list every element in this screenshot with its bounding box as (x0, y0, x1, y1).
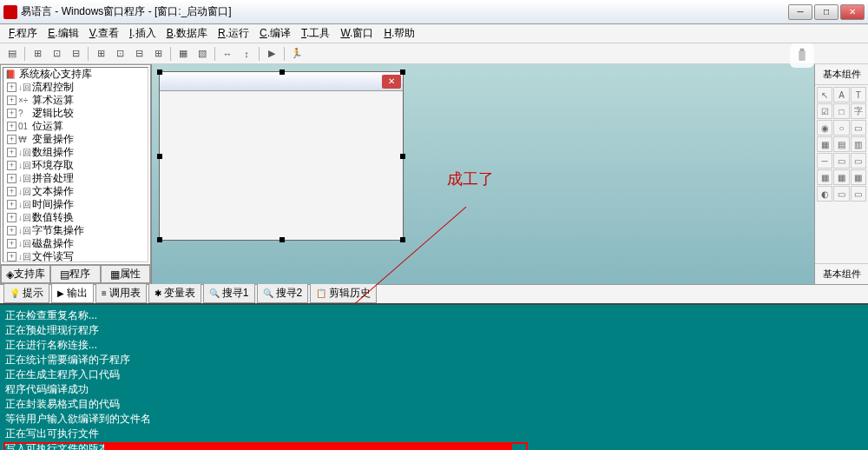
palette-item-icon[interactable]: ▦ (851, 169, 866, 185)
palette-check-icon[interactable]: ☑ (817, 103, 832, 119)
expand-icon[interactable]: + (7, 109, 16, 118)
toolbar-btn[interactable]: ▦ (174, 45, 192, 63)
toolbar-btn[interactable]: ⊞ (149, 45, 167, 63)
toolbar-btn[interactable]: ⊡ (111, 45, 128, 63)
palette-item-icon[interactable]: ▭ (851, 186, 866, 202)
menu-c[interactable]: C.编译 (254, 24, 296, 43)
menu-v[interactable]: V.查看 (84, 24, 124, 43)
palette-label-icon[interactable]: A (833, 87, 849, 103)
tree-item[interactable]: +↓回字节集操作 (3, 224, 148, 237)
sidebar-tab-support[interactable]: ◈支持库 (1, 265, 50, 283)
tab-vartable[interactable]: ✱变量表 (148, 283, 201, 303)
expand-icon[interactable]: + (7, 83, 16, 92)
expand-icon[interactable]: + (7, 252, 16, 261)
sidebar-tabs: ◈支持库 ▤程序 ▦属性 (1, 264, 150, 283)
tree-item[interactable]: +↓回磁盘操作 (3, 237, 148, 250)
palette-item-icon[interactable]: ▦ (833, 169, 849, 185)
expand-icon[interactable]: + (7, 200, 16, 209)
menu-w[interactable]: W.窗口 (335, 24, 378, 43)
toolbar-btn[interactable]: ▤ (3, 45, 21, 63)
palette-text-icon[interactable]: T (851, 87, 866, 103)
menu-r[interactable]: R.运行 (213, 24, 254, 43)
tree-item[interactable]: +↓回时间操作 (3, 198, 148, 211)
sidebar-tab-props[interactable]: ▦属性 (101, 265, 150, 283)
category-icon: ↓回 (18, 199, 30, 211)
expand-icon[interactable]: + (7, 174, 16, 183)
form-design-window[interactable]: ✕ (159, 71, 404, 241)
tab-search1[interactable]: 🔍搜寻1 (203, 283, 255, 303)
toolbar-btn[interactable]: ▶ (263, 45, 280, 63)
palette-list-icon[interactable]: ▤ (833, 136, 849, 152)
tree-item[interactable]: +↓回数组操作 (3, 146, 148, 159)
clipboard-icon: 📋 (316, 288, 326, 298)
expand-icon[interactable]: + (7, 239, 16, 248)
palette-item-icon[interactable]: ▭ (833, 153, 849, 169)
stack-icon: ≡ (102, 288, 107, 298)
tab-callstack[interactable]: ≡调用表 (95, 283, 147, 303)
form-design-body[interactable] (160, 91, 403, 240)
tab-output[interactable]: ▶输出 (51, 283, 94, 303)
toolbar-btn[interactable]: ⊟ (67, 45, 84, 63)
toolbar-btn[interactable]: ⊡ (48, 45, 65, 63)
maximize-button[interactable]: □ (814, 4, 838, 20)
main-toolbar: ▤ ⊞ ⊡ ⊟ ⊞ ⊡ ⊟ ⊞ ▦ ▧ ↔ ↕ ▶ 🏃 (0, 43, 868, 64)
toolbar-btn[interactable]: 🏃 (288, 45, 306, 63)
palette-pointer-icon[interactable]: ↖ (817, 87, 832, 103)
toolbar-btn[interactable]: ⊞ (29, 45, 46, 63)
palette-item-icon[interactable]: ▭ (851, 120, 866, 136)
tree-root[interactable]: 📕 系统核心支持库 (3, 68, 148, 81)
tab-hint[interactable]: 💡提示 (3, 283, 49, 303)
palette-calendar-icon[interactable]: ▦ (817, 169, 832, 185)
toolbar-btn[interactable]: ↔ (219, 45, 236, 63)
palette-item-icon[interactable]: ▥ (851, 136, 866, 152)
form-designer-canvas[interactable]: ✕ 成工了 (151, 64, 814, 284)
output-console[interactable]: 正在检查重复名称...正在预处理现行程序正在进行名称连接...正在统计需要编译的… (0, 303, 868, 450)
toolbar-btn[interactable]: ⊟ (130, 45, 148, 63)
menu-e[interactable]: E.编辑 (43, 24, 83, 43)
tree-item[interactable]: +₩变量操作 (3, 133, 148, 146)
palette-frame-icon[interactable]: □ (833, 103, 849, 119)
expand-icon[interactable]: + (7, 187, 16, 196)
tree-item[interactable]: +01位运算 (3, 120, 148, 133)
close-button[interactable]: ✕ (840, 4, 865, 20)
expand-icon[interactable]: + (7, 96, 16, 105)
sidebar-tab-program[interactable]: ▤程序 (50, 265, 100, 283)
tree-item[interactable]: +↓回拼音处理 (3, 172, 148, 185)
palette-item-icon[interactable]: ▭ (833, 186, 849, 202)
expand-icon[interactable]: + (7, 226, 16, 235)
menu-f[interactable]: F.程序 (3, 24, 43, 43)
toolbar-btn[interactable]: ▧ (194, 45, 211, 63)
palette-font-icon[interactable]: 字 (851, 103, 866, 119)
form-design-close-icon[interactable]: ✕ (382, 75, 401, 89)
menu-i[interactable]: I.插入 (124, 24, 161, 43)
toolbar-btn[interactable]: ↕ (238, 45, 255, 63)
expand-icon[interactable]: + (7, 135, 16, 144)
bottom-tab-bar: 💡提示 ▶输出 ≡调用表 ✱变量表 🔍搜寻1 🔍搜寻2 📋剪辑历史 (0, 284, 868, 303)
menu-h[interactable]: H.帮助 (378, 24, 420, 43)
tree-item[interactable]: +↓回环境存取 (3, 159, 148, 172)
expand-icon[interactable]: + (7, 161, 16, 170)
tree-item[interactable]: +?逻辑比较 (3, 107, 148, 120)
expand-icon[interactable]: + (7, 122, 16, 131)
palette-item-icon[interactable]: ◐ (817, 186, 832, 202)
minimize-button[interactable]: ─ (788, 4, 812, 20)
palette-radio-icon[interactable]: ◉ (817, 120, 832, 136)
tree-item[interactable]: +↓回流程控制 (3, 81, 148, 94)
palette-line-icon[interactable]: ─ (817, 153, 832, 169)
category-icon: ↓回 (18, 82, 30, 94)
tree-item[interactable]: +↓回文本操作 (3, 185, 148, 198)
menu-b[interactable]: B.数据库 (161, 24, 213, 43)
palette-item-icon[interactable]: ▭ (851, 153, 866, 169)
menu-t[interactable]: T.工具 (296, 24, 335, 43)
toolbar-btn[interactable]: ⊞ (92, 45, 109, 63)
window-titlebar: 易语言 - Windows窗口程序 - [窗口:_启动窗口] ─ □ ✕ (0, 0, 868, 24)
expand-icon[interactable]: + (7, 213, 16, 222)
tree-item[interactable]: +×÷算术运算 (3, 94, 148, 107)
tree-item[interactable]: +↓回数值转换 (3, 211, 148, 224)
tree-item[interactable]: +↓回文件读写 (3, 250, 148, 262)
palette-circle-icon[interactable]: ○ (833, 120, 849, 136)
tab-search2[interactable]: 🔍搜寻2 (257, 283, 309, 303)
expand-icon[interactable]: + (7, 148, 16, 157)
palette-grid-icon[interactable]: ▦ (817, 136, 832, 152)
library-tree[interactable]: 📕 系统核心支持库 +↓回流程控制+×÷算术运算+?逻辑比较+01位运算+₩变量… (3, 67, 148, 262)
